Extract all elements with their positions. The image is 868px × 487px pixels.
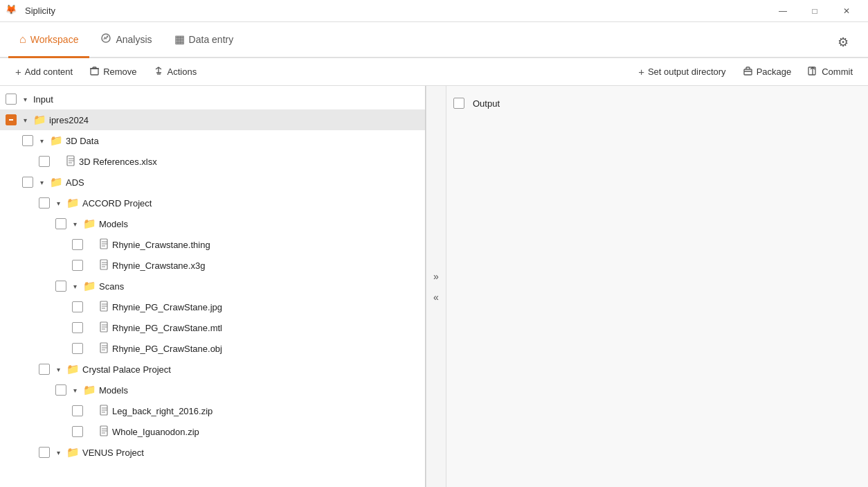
rhynie-mtl-checkbox[interactable]: [72, 322, 83, 333]
tree-item-venus[interactable]: ▾ 📁 VENUS Project: [0, 442, 425, 463]
3d-references-checkbox[interactable]: [39, 156, 50, 167]
tree-item-models-crystal[interactable]: ▾ 📁 Models: [0, 380, 425, 400]
set-output-dir-label: Set output directory: [648, 67, 726, 77]
scans-chevron[interactable]: ▾: [69, 281, 80, 292]
models-crystal-label: Models: [99, 385, 128, 396]
3d-data-chevron[interactable]: ▾: [36, 135, 47, 146]
expand-left-button[interactable]: «: [431, 289, 442, 306]
ads-checkbox[interactable]: [22, 177, 33, 188]
models-accord-chevron[interactable]: ▾: [69, 218, 80, 229]
tree-item-rhynie-thing[interactable]: Rhynie_Crawstane.thing: [0, 234, 425, 255]
tree-item-rhynie-mtl[interactable]: Rhynie_PG_CrawStane.mtl: [0, 317, 425, 338]
rhynie-x3g-label: Rhynie_Crawstane.x3g: [112, 260, 205, 271]
set-output-dir-button[interactable]: + Set output directory: [631, 63, 733, 80]
tree-item-ads[interactable]: ▾ 📁 ADS: [0, 172, 425, 193]
3d-references-label: 3D References.xlsx: [79, 157, 157, 167]
venus-checkbox[interactable]: [39, 447, 50, 458]
ads-folder-icon: 📁: [50, 176, 63, 188]
app-icon: 🦊: [6, 4, 19, 18]
scans-checkbox[interactable]: [55, 281, 66, 292]
titlebar-controls: — □ ✕: [767, 0, 862, 22]
analysis-tab-label: Analysis: [116, 34, 152, 45]
accord-checkbox[interactable]: [39, 197, 50, 209]
tree-item-crystal-palace[interactable]: ▾ 📁 Crystal Palace Project: [0, 359, 425, 380]
venus-chevron[interactable]: ▾: [53, 447, 64, 458]
models-accord-label: Models: [99, 219, 128, 229]
rhynie-thing-checkbox[interactable]: [72, 239, 83, 250]
tree-item-3d-references[interactable]: 3D References.xlsx: [0, 151, 425, 172]
analysis-tab-icon: [100, 33, 111, 46]
leg-back-file-icon: [100, 405, 109, 418]
expand-right-button[interactable]: »: [431, 268, 442, 285]
models-crystal-checkbox[interactable]: [55, 384, 66, 396]
rhynie-obj-checkbox[interactable]: [72, 343, 83, 354]
crystal-palace-folder-icon: 📁: [66, 363, 80, 375]
minimize-button[interactable]: —: [767, 0, 799, 22]
3d-data-label: 3D Data: [66, 136, 99, 146]
ipres2024-folder-icon: 📁: [33, 114, 46, 126]
tree-item-3d-data[interactable]: ▾ 📁 3D Data: [0, 130, 425, 151]
crystal-palace-chevron[interactable]: ▾: [53, 364, 64, 375]
output-checkbox[interactable]: [453, 98, 464, 109]
rhynie-jpg-file-icon: [100, 301, 109, 314]
models-accord-checkbox[interactable]: [55, 218, 66, 229]
rhynie-x3g-file-icon: [100, 259, 109, 272]
scans-label: Scans: [99, 281, 124, 292]
input-checkbox[interactable]: [6, 94, 17, 105]
add-icon: +: [15, 66, 21, 78]
add-content-button[interactable]: + Add content: [8, 63, 80, 80]
tab-data-entry[interactable]: ▦ Data entry: [163, 22, 245, 58]
tab-analysis[interactable]: Analysis: [89, 22, 163, 58]
rhynie-jpg-label: Rhynie_PG_CrawStane.jpg: [112, 302, 222, 312]
close-button[interactable]: ✕: [831, 0, 862, 22]
tree-item-rhynie-jpg[interactable]: Rhynie_PG_CrawStane.jpg: [0, 296, 425, 317]
whole-iguanodon-checkbox[interactable]: [72, 426, 83, 437]
tab-workspace[interactable]: ⌂ Workspace: [8, 22, 89, 58]
crystal-palace-checkbox[interactable]: [39, 364, 50, 375]
tree-item-models-accord[interactable]: ▾ 📁 Models: [0, 213, 425, 234]
3d-data-checkbox[interactable]: [22, 135, 33, 146]
rhynie-thing-label: Rhynie_Crawstane.thing: [112, 240, 210, 250]
input-chevron[interactable]: ▾: [19, 94, 30, 105]
tree-item-leg-back[interactable]: Leg_back_right_2016.zip: [0, 400, 425, 421]
rhynie-obj-label: Rhynie_PG_CrawStane.obj: [112, 344, 222, 354]
input-label: Input: [33, 94, 53, 105]
commit-button[interactable]: Commit: [801, 63, 860, 81]
models-crystal-folder-icon: 📁: [83, 384, 96, 396]
ipres2024-chevron[interactable]: ▾: [19, 114, 30, 125]
rhynie-x3g-checkbox[interactable]: [72, 260, 83, 271]
workspace-tab-label: Workspace: [30, 34, 79, 45]
settings-button[interactable]: ⚙: [826, 28, 860, 57]
whole-iguanodon-file-icon: [100, 425, 109, 439]
app-name: Siplicity: [25, 6, 55, 16]
rhynie-obj-file-icon: [100, 342, 109, 355]
accord-chevron[interactable]: ▾: [53, 197, 64, 209]
remove-icon: [89, 66, 100, 78]
remove-button[interactable]: Remove: [82, 63, 143, 81]
whole-iguanodon-label: Whole_Iguanodon.zip: [112, 427, 199, 437]
rhynie-jpg-checkbox[interactable]: [72, 301, 83, 312]
actions-button[interactable]: Actions: [147, 63, 204, 81]
package-button[interactable]: Package: [736, 63, 799, 81]
svg-rect-4: [9, 119, 13, 121]
data-entry-tab-icon: ▦: [174, 33, 185, 46]
left-panel: ▾ Input ▾ 📁 ipres2024 ▾ 📁 3D Data: [0, 86, 426, 487]
data-entry-tab-label: Data entry: [189, 34, 234, 45]
leg-back-checkbox[interactable]: [72, 405, 83, 416]
input-section-header: ▾ Input: [0, 89, 425, 109]
rhynie-mtl-file-icon: [100, 321, 109, 335]
tree-item-scans[interactable]: ▾ 📁 Scans: [0, 276, 425, 296]
ads-chevron[interactable]: ▾: [36, 177, 47, 188]
tree-item-rhynie-obj[interactable]: Rhynie_PG_CrawStane.obj: [0, 338, 425, 359]
package-label: Package: [757, 67, 792, 77]
tree-root: ▾ Input ▾ 📁 ipres2024 ▾ 📁 3D Data: [0, 86, 425, 466]
tree-item-accord[interactable]: ▾ 📁 ACCORD Project: [0, 193, 425, 213]
venus-label: VENUS Project: [82, 448, 144, 458]
maximize-button[interactable]: □: [799, 0, 831, 22]
tree-item-rhynie-x3g[interactable]: Rhynie_Crawstane.x3g: [0, 255, 425, 276]
tree-item-whole-iguanodon[interactable]: Whole_Iguanodon.zip: [0, 421, 425, 442]
models-crystal-chevron[interactable]: ▾: [69, 384, 80, 396]
accord-folder-icon: 📁: [66, 197, 80, 209]
ipres2024-checkbox[interactable]: [6, 114, 17, 125]
tree-item-ipres2024[interactable]: ▾ 📁 ipres2024: [0, 109, 425, 130]
